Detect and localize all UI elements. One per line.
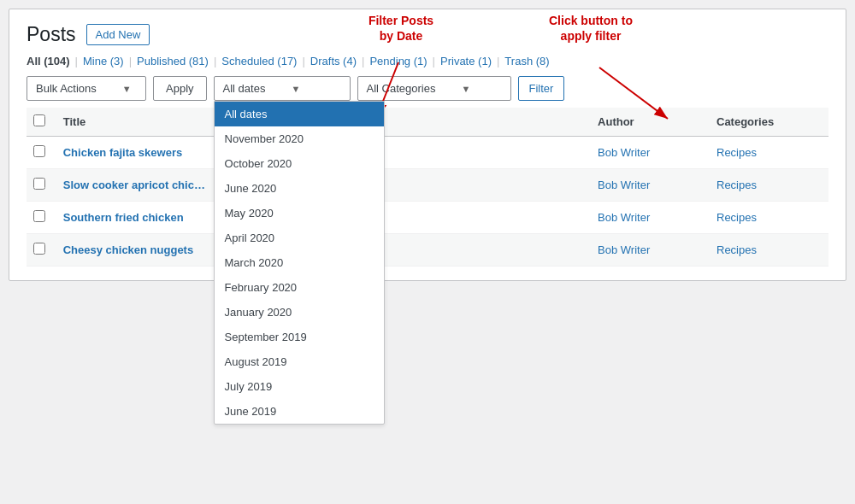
filter-button[interactable]: Filter [518, 76, 565, 101]
date-option-jun-2020[interactable]: June 2020 [215, 176, 384, 201]
row-category-cell: Recipes [710, 202, 828, 234]
post-author-link[interactable]: Bob Writer [598, 146, 650, 159]
apply-button[interactable]: Apply [153, 76, 207, 101]
date-option-jul-2019[interactable]: July 2019 [215, 374, 384, 399]
status-link-mine[interactable]: Mine (3) [83, 55, 124, 67]
table-row: Chicken fajita skewers Bob Writer Recipe… [27, 137, 828, 169]
row-author-cell: Bob Writer [591, 169, 710, 202]
date-option-feb-2020[interactable]: February 2020 [215, 275, 384, 300]
category-filter-label: All Categories [367, 82, 436, 95]
select-all-checkbox-header[interactable] [27, 108, 56, 137]
bulk-actions-chevron-icon: ▼ [122, 84, 132, 94]
status-link-pending[interactable]: Pending (1) [369, 55, 427, 67]
row-checkbox[interactable] [33, 178, 45, 190]
row-category-cell: Recipes [710, 137, 828, 169]
table-row: Cheesy chicken nuggets Bob Writer Recipe… [27, 234, 828, 267]
post-author-link[interactable]: Bob Writer [598, 211, 650, 224]
date-filter-select[interactable]: All dates ▼ [214, 76, 351, 101]
status-link-scheduled[interactable]: Scheduled (17) [221, 55, 297, 67]
category-chevron-icon: ▼ [461, 84, 470, 94]
row-spacer-cell [392, 202, 591, 234]
posts-table-body: Chicken fajita skewers Bob Writer Recipe… [27, 137, 828, 267]
row-category-cell: Recipes [710, 169, 828, 202]
post-title-link[interactable]: Slow cooker apricot chic… [63, 179, 205, 191]
date-filter-wrapper: All dates ▼ All dates November 2020 Octo… [214, 76, 351, 101]
date-option-nov-2020[interactable]: November 2020 [215, 126, 384, 151]
status-link-private[interactable]: Private (1) [440, 55, 492, 67]
row-checkbox[interactable] [33, 145, 45, 157]
row-checkbox-cell[interactable] [27, 169, 56, 202]
select-all-checkbox[interactable] [33, 114, 45, 126]
row-spacer-cell [392, 137, 591, 169]
date-option-oct-2020[interactable]: October 2020 [215, 151, 384, 176]
status-links-row: All (104) | Mine (3) | Published (81) | … [27, 55, 828, 67]
page-title-row: Posts Add New [27, 23, 828, 46]
categories-column-header: Categories [710, 108, 828, 137]
date-option-may-2020[interactable]: May 2020 [215, 201, 384, 226]
row-checkbox[interactable] [33, 210, 45, 222]
category-filter-select[interactable]: All Categories ▼ [357, 76, 511, 101]
bulk-actions-select[interactable]: Bulk Actions ▼ [27, 76, 146, 101]
post-title-link[interactable]: Chicken fajita skewers [63, 146, 182, 159]
post-author-link[interactable]: Bob Writer [598, 179, 650, 191]
post-category-link[interactable]: Recipes [716, 211, 757, 224]
post-title-link[interactable]: Cheesy chicken nuggets [63, 243, 193, 256]
row-checkbox-cell[interactable] [27, 202, 56, 234]
status-link-trash[interactable]: Trash (8) [504, 55, 549, 67]
row-author-cell: Bob Writer [591, 234, 710, 267]
date-option-jun-2019[interactable]: June 2019 [215, 399, 384, 424]
date-option-all-dates[interactable]: All dates [215, 102, 384, 126]
page-wrapper: Filter Posts by Date Click button toappl… [9, 9, 846, 281]
row-author-cell: Bob Writer [591, 137, 710, 169]
table-header-row: Title Author Categories [27, 108, 828, 137]
status-link-all[interactable]: All (104) [27, 55, 70, 67]
post-category-link[interactable]: Recipes [716, 146, 757, 159]
post-author-link[interactable]: Bob Writer [598, 243, 650, 256]
date-filter-label: All dates [223, 82, 266, 95]
post-category-link[interactable]: Recipes [716, 243, 757, 256]
table-row: Southern fried chicken Bob Writer Recipe… [27, 202, 828, 234]
table-row: Slow cooker apricot chic… Bob Writer Rec… [27, 169, 828, 202]
row-category-cell: Recipes [710, 234, 828, 267]
status-link-drafts[interactable]: Drafts (4) [310, 55, 357, 67]
date-option-sep-2019[interactable]: September 2019 [215, 325, 384, 349]
row-checkbox[interactable] [33, 243, 45, 255]
row-author-cell: Bob Writer [591, 202, 710, 234]
page-title: Posts [27, 23, 76, 46]
row-checkbox-cell[interactable] [27, 137, 56, 169]
row-spacer-cell [392, 169, 591, 202]
row-spacer-cell [392, 234, 591, 267]
add-new-button[interactable]: Add New [86, 24, 150, 45]
toolbar: Bulk Actions ▼ Apply All dates ▼ All dat… [27, 76, 828, 101]
date-chevron-icon: ▼ [291, 84, 300, 94]
spacer-column-header [392, 108, 591, 137]
bulk-actions-label: Bulk Actions [36, 82, 97, 95]
date-dropdown-menu: All dates November 2020 October 2020 Jun… [214, 101, 385, 425]
date-option-jan-2020[interactable]: January 2020 [215, 300, 384, 325]
post-category-link[interactable]: Recipes [716, 179, 757, 191]
status-link-published[interactable]: Published (81) [137, 55, 209, 67]
author-column-header: Author [591, 108, 710, 137]
date-option-mar-2020[interactable]: March 2020 [215, 250, 384, 275]
post-title-link[interactable]: Southern fried chicken [63, 211, 184, 224]
posts-table: Title Author Categories Chicken fajita s… [27, 108, 828, 267]
row-checkbox-cell[interactable] [27, 234, 56, 267]
date-option-aug-2019[interactable]: August 2019 [215, 349, 384, 374]
date-option-apr-2020[interactable]: April 2020 [215, 226, 384, 250]
